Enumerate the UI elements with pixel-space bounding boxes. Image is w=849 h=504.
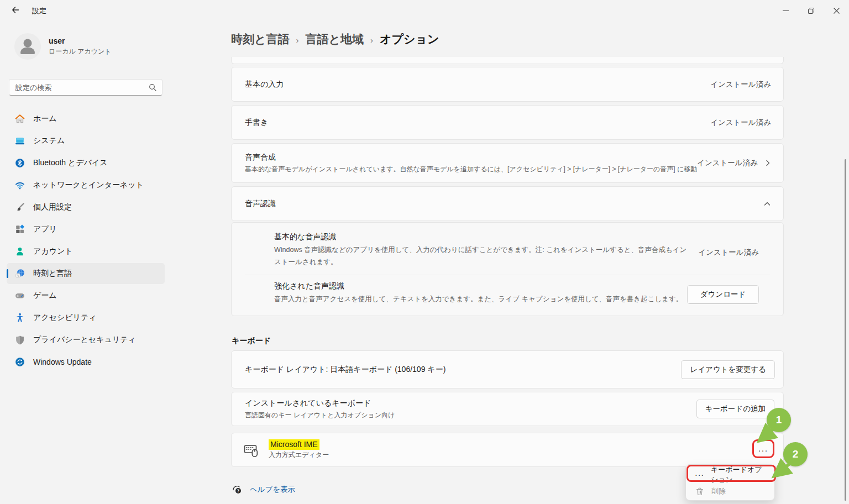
apps-icon — [14, 224, 25, 235]
user-account-block[interactable]: user ローカル アカウント — [14, 33, 112, 60]
settings-search[interactable] — [9, 79, 163, 96]
tts-status: インストール済み — [697, 158, 758, 168]
basic-speech-status: インストール済み — [698, 248, 759, 258]
handwriting-status: インストール済み — [710, 118, 771, 128]
shield-icon — [14, 334, 25, 345]
sidebar-item-home[interactable]: ホーム — [7, 108, 165, 129]
search-input[interactable] — [9, 83, 149, 92]
breadcrumb-options: オプション — [380, 32, 439, 47]
breadcrumb-time-language[interactable]: 時刻と言語 — [231, 32, 290, 47]
menu-item-delete[interactable]: 削除 — [686, 483, 774, 500]
close-button[interactable] — [824, 0, 849, 21]
main-content: 時刻と言語 › 言語と地域 › オプション 基本の入力 インストール済み 手書き… — [231, 0, 784, 504]
basic-speech-block: 基本的な音声認識 Windows 音声認識などのアプリを使用して、入力の代わりに… — [274, 232, 693, 269]
annotation-badge-2: 2 — [783, 442, 808, 466]
sidebar-item-privacy[interactable]: プライバシーとセキュリティ — [7, 329, 165, 350]
installed-keyboards-row: インストールされているキーボード 言語固有のキー レイアウトと入力オプション向け… — [231, 392, 784, 426]
restore-button[interactable] — [798, 0, 824, 21]
sidebar-item-accessibility[interactable]: アクセシビリティ — [7, 307, 165, 328]
person-icon — [14, 33, 41, 60]
brush-icon — [14, 202, 25, 213]
menu-item-keyboard-options[interactable]: ··· キーボードオプション — [686, 466, 774, 483]
chevron-up-icon[interactable] — [763, 200, 771, 208]
handwriting-row: 手書き インストール済み — [231, 105, 784, 140]
back-button[interactable] — [7, 3, 24, 19]
breadcrumb-language-region[interactable]: 言語と地域 — [306, 32, 364, 47]
tts-row[interactable]: 音声合成 基本的な音声モデルがインストールされています。自然な音声モデルを追加す… — [231, 143, 784, 183]
time-language-icon — [14, 268, 25, 279]
installed-keyboards-title: インストールされているキーボード — [245, 398, 395, 408]
sidebar-nav: ホーム システム Bluetooth とデバイス ネットワークとインターネット — [7, 108, 165, 374]
installed-keyboards-desc: 言語固有のキー レイアウトと入力オプション向け — [245, 411, 395, 420]
sidebar-item-time-language[interactable]: 時刻と言語 — [7, 263, 165, 284]
sidebar-item-personalization[interactable]: 個人用設定 — [7, 197, 165, 218]
tts-title: 音声合成 — [245, 153, 697, 162]
speech-recognition-header[interactable]: 音声認識 — [231, 186, 784, 221]
sidebar-item-accounts[interactable]: アカウント — [7, 241, 165, 262]
help-link[interactable]: ヘルプを表示 — [250, 485, 295, 495]
handwriting-title: 手書き — [245, 118, 268, 128]
basic-speech-desc: Windows 音声認識などのアプリを使用して、入力の代わりに話すことができます… — [274, 244, 693, 269]
ime-title: Microsoft IME — [269, 440, 329, 449]
sidebar-item-network[interactable]: ネットワークとインターネット — [7, 175, 165, 196]
partial-card — [231, 57, 784, 64]
sidebar-item-gaming[interactable]: ゲーム — [7, 285, 165, 306]
avatar — [14, 33, 41, 60]
settings-window: 設定 user ローカル アカウント — [0, 0, 849, 504]
sidebar-item-system[interactable]: システム — [7, 130, 165, 151]
sidebar-item-windows-update[interactable]: Windows Update — [7, 351, 165, 372]
keyboard-layout-row: キーボード レイアウト: 日本語キーボード (106/109 キー) レイアウト… — [231, 350, 784, 389]
trash-icon — [695, 487, 705, 496]
ime-context-menu: ··· キーボードオプション 削除 — [685, 464, 775, 501]
ime-more-button[interactable]: ··· — [753, 442, 773, 458]
keyboard-layout-title: キーボード レイアウト: 日本語キーボード (106/109 キー) — [245, 365, 446, 375]
breadcrumb-separator: › — [370, 35, 373, 45]
keyboard-mouse-icon — [244, 443, 259, 458]
search-icon — [149, 83, 156, 91]
basic-speech-title: 基本的な音声認識 — [274, 232, 693, 242]
restore-icon — [808, 7, 815, 14]
annotation-highlight: Microsoft IME — [269, 439, 319, 450]
svg-text:?: ? — [237, 489, 239, 494]
help-row: ? ヘルプを表示 — [232, 484, 295, 495]
update-icon — [14, 356, 25, 368]
enhanced-speech-title: 強化された音声認識 — [274, 281, 683, 291]
annotation-badge-1: 1 — [767, 408, 791, 432]
enhanced-speech-desc: 音声入力と音声アクセスを使用して、テキストを入力できます。また、ライブ キャプシ… — [274, 293, 683, 306]
download-button[interactable]: ダウンロード — [687, 285, 759, 304]
ellipsis-icon: ··· — [695, 470, 704, 479]
accessibility-icon — [14, 312, 25, 323]
sidebar-item-bluetooth[interactable]: Bluetooth とデバイス — [7, 153, 165, 174]
basic-typing-title: 基本の入力 — [245, 80, 284, 90]
close-icon — [833, 7, 840, 14]
window-title: 設定 — [32, 6, 46, 16]
wifi-icon — [14, 180, 25, 191]
user-account-type: ローカル アカウント — [49, 47, 112, 56]
keyboard-section-label: キーボード — [232, 336, 271, 346]
window-controls — [773, 0, 849, 22]
help-icon: ? — [232, 484, 243, 495]
user-name: user — [49, 36, 112, 45]
add-keyboard-button[interactable]: キーボードの追加 — [696, 400, 774, 418]
accounts-icon — [14, 246, 25, 257]
basic-typing-row: 基本の入力 インストール済み — [231, 67, 784, 102]
bluetooth-icon — [14, 158, 25, 169]
system-icon — [14, 135, 25, 146]
enhanced-speech-block: 強化された音声認識 音声入力と音声アクセスを使用して、テキストを入力できます。ま… — [274, 281, 683, 306]
change-layout-button[interactable]: レイアウトを変更する — [681, 360, 775, 379]
chevron-right-icon — [764, 160, 771, 166]
back-arrow-icon — [11, 6, 20, 17]
speech-recognition-body: 基本的な音声認識 Windows 音声認識などのアプリを使用して、入力の代わりに… — [231, 222, 784, 316]
gamepad-icon — [14, 290, 25, 301]
sidebar-item-apps[interactable]: アプリ — [7, 219, 165, 240]
basic-typing-status: インストール済み — [710, 80, 771, 90]
menu-item-delete-label: 削除 — [711, 486, 726, 496]
breadcrumb-separator: › — [296, 35, 299, 45]
ime-desc: 入力方式エディター — [269, 450, 329, 460]
speech-recognition-title: 音声認識 — [245, 199, 276, 209]
menu-item-keyboard-options-label: キーボードオプション — [711, 465, 769, 485]
tts-desc: 基本的な音声モデルがインストールされています。自然な音声モデルを追加するには、[… — [245, 165, 697, 174]
home-icon — [14, 113, 25, 124]
scrollbar-thumb[interactable] — [845, 159, 846, 501]
divider — [245, 275, 770, 275]
